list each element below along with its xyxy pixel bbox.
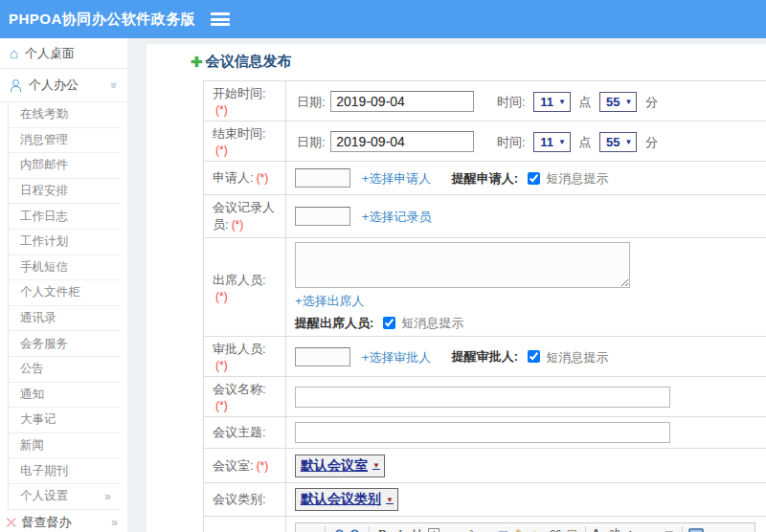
- html-source-icon[interactable]: HTML: [300, 525, 320, 532]
- italic-icon[interactable]: I: [392, 525, 408, 532]
- required-mark: (*): [215, 290, 228, 303]
- field-label: 开始时间:: [213, 86, 266, 100]
- row-recorder: 会议记录人员:(*) +选择记录员: [204, 195, 766, 238]
- redo-icon[interactable]: ↷: [348, 525, 364, 532]
- field-label: 会议主题:: [213, 425, 266, 439]
- minute-unit: 分: [645, 95, 658, 109]
- required-mark: (*): [215, 103, 228, 117]
- sidebar-item-file-cabinet[interactable]: 个人文件柜: [9, 280, 121, 306]
- approver-sms-checkbox[interactable]: [528, 350, 540, 363]
- sms-label: 短消息提示: [402, 316, 464, 330]
- row-approver: 审批人员:(*) +选择审批人 提醒审批人: 短消息提示: [204, 337, 766, 377]
- end-minute-select[interactable]: 55: [599, 132, 637, 152]
- menu-toggle-icon[interactable]: [211, 12, 230, 26]
- end-hour-select[interactable]: 11: [533, 132, 571, 152]
- attendees-textarea[interactable]: [295, 242, 630, 288]
- sidebar-item-meeting-service[interactable]: 会务服务: [9, 331, 121, 357]
- sidebar-item-personal-office[interactable]: 个人办公 »: [0, 69, 127, 102]
- sidebar-item-label: 个人办公: [29, 77, 79, 94]
- meeting-category-select[interactable]: 默认会议类别: [295, 488, 398, 511]
- meeting-form: 开始时间:(*) 日期: 时间: 11 点 55 分 结束时间:(*) 日期: …: [203, 80, 766, 532]
- sidebar-item-personal-settings[interactable]: 个人设置 »: [9, 484, 121, 510]
- sms-label: 短消息提示: [546, 171, 608, 186]
- new-page-icon[interactable]: □: [661, 525, 677, 532]
- sidebar-item-sms[interactable]: 手机短信: [9, 255, 121, 281]
- choose-attendees-link[interactable]: +选择出席人: [295, 294, 365, 308]
- row-meeting-subject: 会议主题:: [204, 417, 766, 449]
- remove-format-icon[interactable]: A: [428, 528, 439, 532]
- format-brush-icon[interactable]: ✎: [512, 525, 529, 532]
- row-meeting-category: 会议类别: 默认会议类别: [204, 483, 766, 517]
- field-label: 申请人:: [213, 170, 254, 185]
- date-label: 日期:: [297, 95, 326, 109]
- subscript-icon[interactable]: x₂: [478, 525, 494, 532]
- sidebar-item-work-log[interactable]: 工作日志: [9, 204, 121, 230]
- sidebar-item-messages[interactable]: 消息管理: [9, 128, 121, 154]
- top-bar: PHPOA协同办公软件政务版: [0, 0, 766, 38]
- undo-icon[interactable]: ↶: [330, 525, 347, 532]
- sidebar-item-e-journal[interactable]: 电子期刊: [9, 458, 121, 484]
- sidebar-item-news[interactable]: 新闻: [9, 433, 121, 459]
- required-mark: (*): [215, 399, 228, 412]
- approver-input[interactable]: [295, 347, 350, 366]
- applicant-sms-checkbox[interactable]: [528, 172, 540, 185]
- main-panel: ✚ 会议信息发布 开始时间:(*) 日期: 时间: 11 点 55 分 结束时间…: [146, 44, 766, 532]
- hour-unit: 点: [578, 135, 591, 149]
- attendees-sms-checkbox[interactable]: [383, 317, 395, 329]
- sidebar-submenu: 在线考勤 消息管理 内部邮件 日程安排 工作日志 工作计划 手机短信 个人文件柜…: [8, 102, 127, 510]
- sidebar-item-notice[interactable]: 通知: [9, 383, 121, 409]
- superscript-icon[interactable]: x²: [461, 525, 477, 532]
- eraser-icon[interactable]: ◪: [495, 525, 511, 532]
- required-mark: (*): [232, 218, 244, 232]
- row-meeting-content: HTML ↶ ↷ B I U A ABC x² x₂ ◪ ✎: [204, 517, 766, 532]
- blockquote-icon[interactable]: 66: [547, 525, 563, 532]
- highlight-color-icon[interactable]: ab: [608, 528, 620, 532]
- field-label: 审批人员:: [213, 342, 266, 356]
- required-mark: (*): [215, 144, 228, 157]
- sidebar-item-supervision[interactable]: ⤫ 督查督办 »: [0, 510, 127, 532]
- sidebar-item-desktop[interactable]: ⌂ 个人桌面: [0, 38, 127, 69]
- sidebar-item-announcement[interactable]: 公告: [9, 357, 121, 383]
- field-label: 结束时间:: [213, 126, 266, 141]
- remind-applicant-label: 提醒申请人:: [452, 171, 518, 186]
- sidebar-item-internal-mail[interactable]: 内部邮件: [9, 153, 121, 179]
- choose-recorder-link[interactable]: +选择记录员: [362, 210, 432, 224]
- field-label: 会议室:: [213, 458, 254, 473]
- field-label: 会议记录人员:: [213, 200, 275, 232]
- fullscreen-icon[interactable]: [687, 525, 704, 532]
- time-label: 时间:: [497, 95, 526, 109]
- sidebar-item-events[interactable]: 大事记: [9, 408, 121, 433]
- bold-icon[interactable]: B: [374, 525, 391, 532]
- choose-applicant-link[interactable]: +选择申请人: [362, 171, 432, 186]
- required-mark: (*): [257, 459, 269, 473]
- paste-icon[interactable]: ▤: [564, 525, 580, 532]
- strikethrough-icon[interactable]: ABC: [443, 525, 460, 532]
- shuffle-icon: ⤫: [7, 516, 16, 529]
- underline-icon[interactable]: U: [409, 525, 425, 532]
- sidebar: ⌂ 个人桌面 个人办公 » 在线考勤 消息管理 内部邮件 日程安排 工作日志 工…: [0, 38, 127, 532]
- meeting-subject-input[interactable]: [295, 422, 670, 443]
- sms-label: 短消息提示: [546, 349, 608, 364]
- sidebar-item-attendance[interactable]: 在线考勤: [9, 102, 121, 128]
- start-date-input[interactable]: [330, 91, 474, 112]
- sidebar-item-schedule[interactable]: 日程安排: [9, 179, 121, 205]
- end-date-input[interactable]: [330, 131, 474, 152]
- start-hour-select[interactable]: 11: [533, 92, 571, 112]
- row-start-time: 开始时间:(*) 日期: 时间: 11 点 55 分: [204, 81, 766, 122]
- recorder-input[interactable]: [295, 207, 350, 226]
- row-meeting-room: 会议室:(*) 默认会议室: [204, 449, 766, 483]
- meeting-name-input[interactable]: [295, 387, 670, 408]
- field-label: 会议类别:: [213, 492, 266, 506]
- autotypeset-icon[interactable]: ✦: [530, 528, 539, 532]
- home-icon: ⌂: [10, 46, 18, 60]
- applicant-input[interactable]: [295, 168, 350, 188]
- start-minute-select[interactable]: 55: [599, 92, 637, 112]
- meeting-room-select[interactable]: 默认会议室: [295, 454, 385, 477]
- sidebar-item-contacts[interactable]: 通讯录: [9, 306, 121, 332]
- editor-toolbar-row1: HTML ↶ ↷ B I U A ABC x² x₂ ◪ ✎: [296, 523, 755, 532]
- font-color-icon[interactable]: A: [592, 528, 601, 532]
- sidebar-item-work-plan[interactable]: 工作计划: [9, 230, 121, 255]
- row-attendees: 出席人员:(*) +选择出席人 提醒出席人员: 短消息提示: [204, 238, 766, 337]
- rich-text-editor: HTML ↶ ↷ B I U A ABC x² x₂ ◪ ✎: [295, 522, 755, 532]
- choose-approver-link[interactable]: +选择审批人: [362, 349, 432, 364]
